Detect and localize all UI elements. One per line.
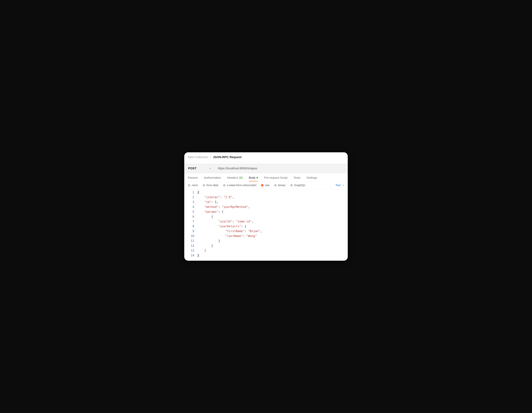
tab-headers[interactable]: Headers (9) (227, 176, 243, 181)
body-type-graphql-label: GraphQL (294, 184, 305, 187)
body-language-label: Text (335, 184, 341, 187)
line-number: 14 (184, 253, 194, 258)
body-type-raw[interactable]: raw (261, 184, 269, 187)
line-number: 5 (184, 209, 194, 214)
body-type-urlencoded[interactable]: x-www-form-urlencoded (223, 184, 256, 187)
code-line[interactable]: } (197, 253, 348, 258)
radio-icon (290, 184, 293, 187)
code-line[interactable]: "params": [ (197, 209, 348, 214)
body-type-form-data[interactable]: form-data (203, 184, 218, 187)
body-type-row: none form-data x-www-form-urlencoded raw… (184, 182, 348, 189)
tab-headers-label: Headers (227, 176, 238, 179)
tab-pre-request-script[interactable]: Pre-request Script (264, 176, 287, 181)
radio-icon (223, 184, 226, 187)
line-number: 9 (184, 229, 194, 234)
radio-icon (188, 184, 190, 187)
request-tabs: Params Authorization Headers (9) Body Pr… (184, 173, 348, 182)
code-line[interactable]: "id": 1, (197, 200, 348, 205)
breadcrumb-request[interactable]: JSON-RPC Request (213, 155, 242, 159)
line-number: 1 (184, 190, 194, 195)
body-type-urlencoded-label: x-www-form-urlencoded (227, 184, 256, 187)
unsaved-dot-icon (256, 177, 258, 178)
chevron-down-icon (342, 184, 344, 187)
line-number: 3 (184, 200, 194, 205)
body-type-form-data-label: form-data (207, 184, 218, 187)
body-type-binary[interactable]: binary (274, 184, 285, 187)
tab-body[interactable]: Body (249, 176, 258, 181)
line-number: 6 (184, 214, 194, 219)
line-number: 2 (184, 195, 194, 200)
code-line[interactable]: } (197, 243, 348, 248)
code-line[interactable]: { (197, 190, 348, 195)
body-type-raw-label: raw (265, 184, 269, 187)
code-line[interactable]: } (197, 239, 348, 243)
code-line[interactable]: "firstName": "Bryan", (197, 229, 348, 234)
code-line[interactable]: ] (197, 248, 348, 253)
request-panel: New Collection / JSON-RPC Request POST P… (184, 152, 348, 261)
radio-icon (274, 184, 277, 187)
breadcrumb: New Collection / JSON-RPC Request (184, 152, 348, 162)
request-row: POST (184, 163, 348, 173)
body-language-select[interactable]: Text (335, 184, 344, 187)
tab-headers-count: (9) (239, 176, 243, 179)
chevron-down-icon (209, 167, 211, 170)
code-area[interactable]: { "jsonrpc": "2.0", "id": 1, "method": "… (197, 190, 348, 258)
tab-authorization[interactable]: Authorization (204, 176, 221, 181)
breadcrumb-collection[interactable]: New Collection (188, 155, 208, 159)
breadcrumb-separator: / (210, 155, 211, 159)
tab-settings[interactable]: Settings (306, 176, 317, 181)
request-url-input[interactable] (215, 164, 348, 173)
tab-params[interactable]: Params (188, 176, 198, 181)
code-line[interactable]: "userId": "some-id", (197, 219, 348, 224)
radio-icon (261, 184, 264, 187)
tab-body-label: Body (249, 176, 256, 179)
code-line[interactable]: "method": "yourRpcMethod", (197, 205, 348, 209)
body-type-none-label: none (192, 184, 198, 187)
line-number: 8 (184, 224, 194, 229)
code-line[interactable]: "jsonrpc": "2.0", (197, 195, 348, 200)
http-method-select[interactable]: POST (184, 164, 215, 173)
body-type-binary-label: binary (278, 184, 285, 187)
code-line[interactable]: { (197, 214, 348, 219)
line-number: 13 (184, 248, 194, 253)
line-number: 11 (184, 239, 194, 243)
line-number: 4 (184, 205, 194, 209)
line-number-gutter: 1234567891011121314 (184, 190, 197, 258)
line-number: 7 (184, 219, 194, 224)
line-number: 12 (184, 243, 194, 248)
tab-tests[interactable]: Tests (294, 176, 300, 181)
code-line[interactable]: "lastName": "Wong" (197, 234, 348, 239)
body-type-graphql[interactable]: GraphQL (290, 184, 305, 187)
http-method-label: POST (188, 167, 196, 170)
body-type-none[interactable]: none (188, 184, 198, 187)
code-line[interactable]: "userDetails": { (197, 224, 348, 229)
radio-icon (203, 184, 205, 187)
line-number: 10 (184, 234, 194, 239)
body-editor[interactable]: 1234567891011121314 { "jsonrpc": "2.0", … (184, 189, 348, 261)
